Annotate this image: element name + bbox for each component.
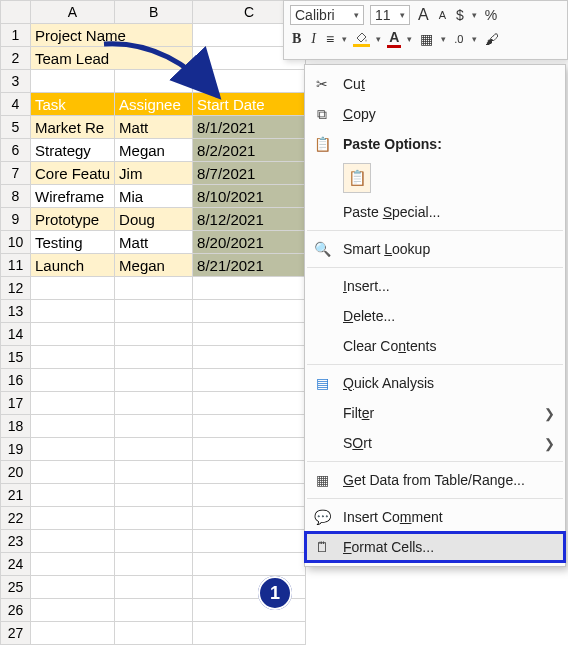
row-header[interactable]: 15 bbox=[1, 346, 31, 369]
cell-assignee[interactable]: Megan bbox=[115, 139, 193, 162]
cell[interactable] bbox=[193, 323, 306, 346]
cell-date[interactable]: 8/21/2021 bbox=[193, 254, 306, 277]
menu-delete[interactable]: Delete... bbox=[305, 301, 565, 331]
cell[interactable] bbox=[115, 461, 193, 484]
cell[interactable] bbox=[31, 530, 115, 553]
cell-task[interactable]: Launch bbox=[31, 254, 115, 277]
cell-task[interactable]: Market Re bbox=[31, 116, 115, 139]
increase-font-icon[interactable]: A bbox=[416, 6, 431, 24]
menu-get-data[interactable]: ▦ Get Data from Table/Range... bbox=[305, 465, 565, 495]
row-header[interactable]: 14 bbox=[1, 323, 31, 346]
menu-sort[interactable]: SOrt ❯ bbox=[305, 428, 565, 458]
cell[interactable] bbox=[31, 553, 115, 576]
cell[interactable] bbox=[115, 507, 193, 530]
cell[interactable] bbox=[31, 70, 115, 93]
cell-date[interactable]: 8/7/2021 bbox=[193, 162, 306, 185]
row-header[interactable]: 19 bbox=[1, 438, 31, 461]
chevron-down-icon[interactable]: ▾ bbox=[441, 34, 446, 44]
cell-assignee[interactable]: Matt bbox=[115, 116, 193, 139]
cell[interactable] bbox=[31, 369, 115, 392]
menu-format-cells[interactable]: 🗒 Format Cells... bbox=[305, 532, 565, 562]
menu-quick-analysis[interactable]: ▤ Quick Analysis bbox=[305, 368, 565, 398]
cell[interactable] bbox=[31, 507, 115, 530]
row-header[interactable]: 26 bbox=[1, 599, 31, 622]
borders-icon[interactable]: ▦ bbox=[418, 31, 435, 47]
cell[interactable] bbox=[115, 323, 193, 346]
percent-icon[interactable]: % bbox=[483, 7, 499, 23]
col-header-b[interactable]: B bbox=[115, 1, 193, 24]
menu-filter[interactable]: Filter ❯ bbox=[305, 398, 565, 428]
menu-insert-comment[interactable]: 💬 Insert Comment bbox=[305, 502, 565, 532]
cell-task[interactable]: Prototype bbox=[31, 208, 115, 231]
cell-project-name[interactable]: Project Name bbox=[31, 24, 193, 47]
cell-team-lead[interactable]: Team Lead bbox=[31, 47, 193, 70]
cell-assignee[interactable]: Matt bbox=[115, 231, 193, 254]
header-start-date[interactable]: Start Date bbox=[193, 93, 306, 116]
cell-task[interactable]: Strategy bbox=[31, 139, 115, 162]
row-header[interactable]: 8 bbox=[1, 185, 31, 208]
cell[interactable] bbox=[115, 553, 193, 576]
header-assignee[interactable]: Assignee bbox=[115, 93, 193, 116]
cell-date[interactable]: 8/12/2021 bbox=[193, 208, 306, 231]
row-header[interactable]: 1 bbox=[1, 24, 31, 47]
menu-smart-lookup[interactable]: 🔍 Smart Lookup bbox=[305, 234, 565, 264]
cell[interactable] bbox=[115, 70, 193, 93]
chevron-down-icon[interactable]: ▾ bbox=[376, 34, 381, 44]
menu-cut[interactable]: ✂ Cut bbox=[305, 69, 565, 99]
cell[interactable] bbox=[193, 346, 306, 369]
cell[interactable] bbox=[193, 300, 306, 323]
cell[interactable] bbox=[193, 484, 306, 507]
cell[interactable] bbox=[193, 622, 306, 645]
row-header[interactable]: 20 bbox=[1, 461, 31, 484]
cell[interactable] bbox=[115, 576, 193, 599]
cell-assignee[interactable]: Megan bbox=[115, 254, 193, 277]
chevron-down-icon[interactable]: ▾ bbox=[472, 10, 477, 20]
menu-insert[interactable]: Insert... bbox=[305, 271, 565, 301]
row-header[interactable]: 7 bbox=[1, 162, 31, 185]
cell-assignee[interactable]: Jim bbox=[115, 162, 193, 185]
cell[interactable] bbox=[31, 461, 115, 484]
cell[interactable] bbox=[31, 599, 115, 622]
header-task[interactable]: Task bbox=[31, 93, 115, 116]
cell[interactable] bbox=[193, 507, 306, 530]
font-color-button[interactable]: A bbox=[387, 29, 401, 48]
cell[interactable] bbox=[193, 530, 306, 553]
row-header[interactable]: 22 bbox=[1, 507, 31, 530]
cell[interactable] bbox=[193, 369, 306, 392]
cell[interactable] bbox=[193, 277, 306, 300]
cell[interactable] bbox=[31, 392, 115, 415]
cell[interactable] bbox=[193, 461, 306, 484]
cell[interactable] bbox=[31, 300, 115, 323]
cell[interactable] bbox=[31, 346, 115, 369]
cell[interactable] bbox=[115, 346, 193, 369]
cell-date[interactable]: 8/10/2021 bbox=[193, 185, 306, 208]
bold-button[interactable]: B bbox=[290, 31, 303, 47]
row-header[interactable]: 16 bbox=[1, 369, 31, 392]
cell[interactable] bbox=[31, 576, 115, 599]
menu-copy[interactable]: ⧉ Copy bbox=[305, 99, 565, 129]
row-header[interactable]: 4 bbox=[1, 93, 31, 116]
row-header[interactable]: 5 bbox=[1, 116, 31, 139]
row-header[interactable]: 12 bbox=[1, 277, 31, 300]
cell[interactable] bbox=[193, 553, 306, 576]
menu-paste-special[interactable]: Paste Special... bbox=[305, 197, 565, 227]
decrease-font-icon[interactable]: A bbox=[437, 9, 448, 21]
cell[interactable] bbox=[31, 438, 115, 461]
cell[interactable] bbox=[193, 70, 306, 93]
align-icon[interactable]: ≡ bbox=[324, 31, 336, 47]
cell[interactable] bbox=[193, 415, 306, 438]
cell-date[interactable]: 8/20/2021 bbox=[193, 231, 306, 254]
cell[interactable] bbox=[31, 622, 115, 645]
font-size-dropdown[interactable]: 11▾ bbox=[370, 5, 410, 25]
cell[interactable] bbox=[31, 484, 115, 507]
cell-assignee[interactable]: Mia bbox=[115, 185, 193, 208]
cell-date[interactable]: 8/1/2021 bbox=[193, 116, 306, 139]
cell[interactable] bbox=[193, 392, 306, 415]
fill-color-button[interactable] bbox=[353, 31, 370, 47]
cell[interactable] bbox=[193, 438, 306, 461]
row-header[interactable]: 23 bbox=[1, 530, 31, 553]
row-header[interactable]: 9 bbox=[1, 208, 31, 231]
cell[interactable] bbox=[115, 530, 193, 553]
cell[interactable] bbox=[115, 438, 193, 461]
cell[interactable] bbox=[31, 277, 115, 300]
